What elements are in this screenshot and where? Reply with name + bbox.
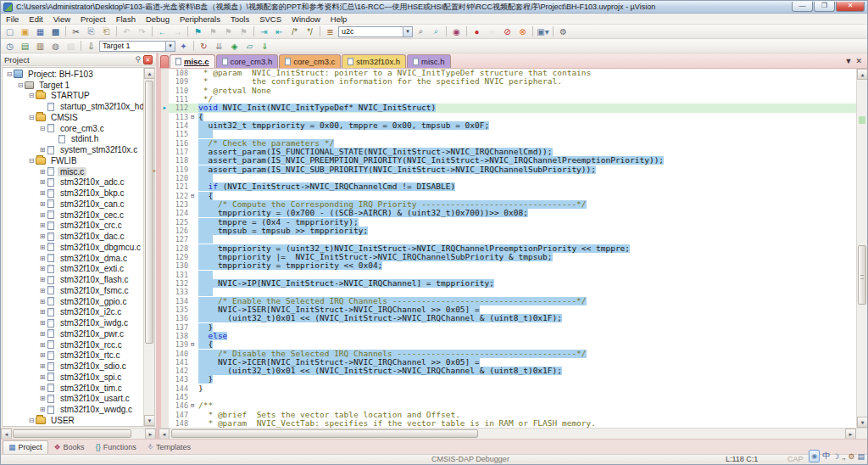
expand-icon[interactable]: ⊞ (38, 341, 47, 349)
tree-item[interactable]: ⊞stm32f10x_wwdg.c (3, 404, 143, 415)
nav-forward-icon[interactable]: → (170, 25, 185, 38)
breakpoint-margin[interactable] (161, 182, 169, 191)
code-line[interactable]: 117 assert_param(IS_FUNCTIONAL_STATE(NVI… (161, 148, 867, 156)
close-button[interactable]: ✕ (836, 2, 865, 12)
breakpoint-margin[interactable] (161, 375, 169, 384)
tree-item[interactable]: ⊞stm32f10x_rcc.c (3, 339, 143, 350)
expand-icon[interactable]: ⊞ (38, 200, 47, 208)
code-line[interactable]: 146⊟/** (161, 401, 867, 410)
breakpoint-margin[interactable] (161, 384, 169, 393)
tree-item[interactable]: ⊞stm32f10x_cec.c (3, 210, 143, 221)
expand-icon[interactable]: ⊞ (38, 232, 47, 240)
menu-debug[interactable]: Debug (141, 14, 175, 24)
breakpoint-margin[interactable] (161, 350, 169, 358)
document-list-icon[interactable]: ▼ (845, 57, 853, 65)
expand-icon[interactable]: ⊞ (38, 384, 47, 392)
expand-icon[interactable]: ⊞ (38, 255, 47, 262)
expand-icon[interactable]: ⊞ (38, 351, 47, 359)
target-select-combobox[interactable]: Target 1▼ (99, 41, 175, 52)
expand-icon[interactable]: ⊞ (38, 211, 47, 219)
command-window-icon[interactable]: ▤ (18, 40, 32, 53)
expand-icon[interactable]: ⊞ (38, 189, 47, 197)
breakpoint-margin[interactable] (161, 121, 169, 130)
expand-icon[interactable]: ⊞ (38, 319, 47, 327)
scroll-thumb[interactable] (858, 245, 866, 305)
code-line[interactable]: 136 (uint32_t)0x01 << (NVIC_InitStruct->… (161, 314, 867, 322)
editor-hscrollbar[interactable]: ◄ ► (159, 428, 867, 439)
fold-collapse-icon[interactable]: ⊟ (191, 340, 198, 349)
code-line[interactable]: 128 tmppriority = (uint32_t)NVIC_InitStr… (161, 244, 867, 253)
scroll-thumb[interactable] (13, 429, 131, 438)
breakpoint-margin[interactable] (161, 139, 169, 148)
expand-icon[interactable]: ⊞ (38, 373, 47, 381)
collapse-icon[interactable]: ⊟ (16, 81, 25, 89)
tree-item[interactable]: ⊞stm32f10x_adc.c (3, 177, 143, 188)
tree-item[interactable]: ⊞stm32f10x_i2c.c (3, 307, 143, 318)
expand-icon[interactable]: ⊞ (38, 330, 47, 338)
breakpoint-margin[interactable] (161, 340, 169, 349)
incremental-find-icon[interactable]: ⌕ (429, 25, 443, 38)
collapse-icon[interactable]: ⊟ (38, 125, 47, 132)
tree-item[interactable]: ⊞stm32f10x_flash.c (3, 274, 143, 285)
bookmark-toggle-icon[interactable]: ⚑ (191, 25, 205, 38)
menu-project[interactable]: Project (75, 14, 111, 24)
breakpoint-margin[interactable] (161, 130, 169, 138)
code-line[interactable]: 137 } (161, 323, 867, 332)
breakpoint-margin[interactable] (161, 305, 169, 314)
tree-item[interactable]: ⊞stm32f10x_can.c (3, 199, 143, 210)
tree-item[interactable]: ⊞stm32f10x_bkp.c (3, 188, 143, 199)
tree-item[interactable]: ⊟Project: BH-F103 (3, 69, 143, 80)
expand-icon[interactable]: ⊞ (38, 146, 47, 154)
build-icon[interactable]: ⇊ (212, 40, 226, 53)
tree-item[interactable]: ⊞stm32f10x_dbgmcu.c (3, 242, 143, 253)
pin-icon[interactable]: ⚲ (135, 55, 141, 64)
debug-session-icon[interactable]: ◷ (3, 40, 17, 53)
menu-svcs[interactable]: SVCS (254, 14, 287, 24)
code-line[interactable]: 121 if (NVIC_InitStruct->NVIC_IRQChannel… (161, 182, 867, 191)
new-file-icon[interactable]: ▢ (3, 25, 17, 38)
expand-icon[interactable]: ⊞ (38, 298, 47, 305)
breakpoint-margin[interactable] (161, 218, 169, 227)
code-line[interactable]: 143 } (161, 375, 867, 384)
ime-status-icon[interactable]: ◉ (809, 450, 820, 462)
bookmark-prev-icon[interactable]: ⚑ (206, 25, 220, 38)
scroll-thumb[interactable] (171, 429, 478, 438)
flash-download-icon[interactable]: ⇩ (84, 40, 98, 53)
minimize-button[interactable]: — (792, 2, 813, 12)
chevron-down-icon[interactable]: ▼ (165, 42, 175, 51)
view-tab-books[interactable]: ❖Books (49, 440, 90, 454)
breakpoint-margin[interactable] (161, 367, 169, 375)
configure-book-icon[interactable]: ≣ (323, 25, 337, 38)
expand-icon[interactable]: ⊞ (38, 395, 47, 402)
code-line[interactable]: 139⊟ { (161, 340, 867, 349)
editor-tab-core_cm3-c[interactable]: core_cm3.c (279, 54, 341, 68)
bookmark-clear-icon[interactable]: ⚑ (236, 25, 251, 38)
breakpoint-margin[interactable] (161, 165, 169, 174)
expand-icon[interactable]: ⊞ (38, 287, 47, 294)
comment-selection-icon[interactable]: /* (287, 25, 302, 38)
breakpoint-margin[interactable] (161, 253, 169, 261)
memory-window-icon[interactable]: ◍ (48, 40, 63, 53)
tree-item[interactable]: ⊞stm32f10x_crc.c (3, 221, 143, 232)
tree-item[interactable]: ⊟USER (3, 415, 143, 426)
serial-window-icon[interactable]: ▧ (64, 40, 78, 53)
menu-view[interactable]: View (48, 14, 75, 24)
tree-item[interactable]: ⊞stm32f10x_usart.c (3, 394, 143, 405)
expand-icon[interactable]: ⊞ (38, 276, 47, 283)
tree-item[interactable]: ⊞stm32f10x_iwdg.c (3, 317, 143, 328)
collapse-icon[interactable]: ⊟ (27, 114, 36, 121)
expand-icon[interactable]: ⊞ (38, 178, 47, 186)
bookmark-next-icon[interactable]: ⚑ (221, 25, 236, 38)
code-line[interactable]: 138 else (161, 332, 867, 340)
collapse-icon[interactable]: ⊟ (27, 417, 36, 424)
splitter-collapse-icon[interactable]: ▸ (153, 167, 156, 173)
tree-item[interactable]: ⊞stm32f10x_fsmc.c (3, 285, 143, 296)
code-line[interactable]: 111 */ (161, 95, 867, 104)
tree-item[interactable]: ⊞stm32f10x_dac.c (3, 231, 143, 242)
code-line[interactable]: 131 (161, 271, 867, 279)
code-line[interactable]: 120 (161, 174, 867, 182)
panel-close-icon[interactable]: ✕ (143, 55, 153, 64)
editor-tab-core_cm3-h[interactable]: core_cm3.h (216, 54, 279, 68)
save-all-icon[interactable]: ▩ (48, 25, 63, 38)
code-line[interactable]: 113⊟{ (161, 113, 867, 121)
